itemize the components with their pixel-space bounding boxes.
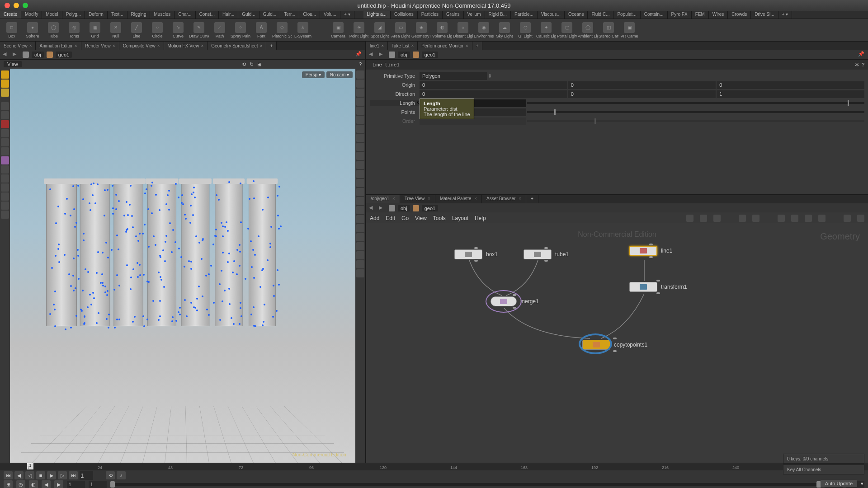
menu-help[interactable]: Help — [475, 215, 486, 221]
current-frame-input[interactable] — [80, 471, 93, 480]
shelf-tab[interactable]: Modify — [21, 11, 42, 19]
length-slider[interactable] — [527, 102, 864, 104]
shelf-tab[interactable]: Crowds — [728, 11, 751, 19]
menu-edit[interactable]: Edit — [386, 215, 395, 221]
add-network-tab[interactable]: + — [526, 195, 538, 203]
gear-icon[interactable]: ✲ — [855, 62, 859, 68]
pane-tab[interactable]: line1 × — [366, 42, 388, 50]
step-back-button[interactable]: ◀ — [14, 471, 24, 479]
viewport-tab-view[interactable]: View — [4, 61, 22, 67]
shelf-tab[interactable]: Fluid C... — [588, 11, 613, 19]
vrtool[interactable] — [356, 206, 364, 214]
network-view[interactable]: Non-Commercial Edition Geometry box1 tu — [366, 223, 868, 463]
menu-view[interactable]: View — [415, 215, 427, 221]
vtool[interactable] — [1, 129, 9, 137]
shelf-tab[interactable]: Viscous... — [538, 11, 565, 19]
vrtool[interactable] — [356, 260, 364, 268]
shelf-tool-ambient-light[interactable]: ◯Ambient Light — [578, 22, 598, 38]
menu-add[interactable]: Add — [370, 215, 379, 221]
net-btn[interactable] — [713, 215, 721, 222]
vrtool[interactable] — [356, 80, 364, 88]
shelf-tool-sky-light[interactable]: ☁Sky Light — [495, 22, 514, 38]
range-tool[interactable]: ◀ — [42, 480, 51, 488]
vtool[interactable] — [1, 156, 9, 164]
pane-tab[interactable]: Animation Editor × — [36, 42, 81, 50]
shelf-tool-environment-light[interactable]: ◉Environment Light — [474, 22, 494, 38]
shelf-tool-portal-light[interactable]: ▢Portal Light — [557, 22, 577, 38]
net-btn[interactable] — [686, 215, 693, 222]
shelf-tool-curve[interactable]: ∿Curve — [168, 22, 188, 38]
vtool[interactable] — [1, 202, 9, 210]
shelf-tab[interactable]: Const... — [196, 11, 219, 19]
range-tool[interactable]: ▶ — [54, 480, 63, 488]
network-tab[interactable]: Tree View × — [400, 195, 435, 203]
pin-icon[interactable]: 📌 — [355, 51, 363, 58]
vrtool[interactable] — [356, 152, 364, 160]
range-start-input[interactable] — [67, 481, 85, 488]
direction-x-input[interactable] — [420, 90, 567, 98]
menu-go[interactable]: Go — [401, 215, 409, 221]
shelf-tab[interactable]: Char... — [175, 11, 195, 19]
net-btn[interactable] — [752, 215, 760, 222]
vtool[interactable] — [1, 138, 9, 146]
net-btn[interactable] — [739, 215, 746, 222]
net-btn[interactable] — [805, 215, 812, 222]
shelf-tool-font[interactable]: AFont — [251, 22, 271, 38]
shelf-tab[interactable]: Grains — [443, 11, 463, 19]
vtool[interactable] — [1, 111, 9, 119]
shelf-tab[interactable]: Model — [42, 11, 62, 19]
nav-back-icon[interactable]: ◀ — [3, 51, 10, 58]
pane-tab[interactable]: Render View × — [81, 42, 119, 50]
shelf-tool-stereo-camera[interactable]: ◫Stereo Camera — [599, 22, 618, 38]
shelf-tool-distant-light[interactable]: ☼Distant Light — [453, 22, 473, 38]
shelf-tab[interactable]: Create — [0, 11, 21, 19]
net-btn[interactable] — [818, 215, 826, 222]
origin-x-input[interactable] — [420, 81, 567, 89]
goto-end-button[interactable]: ⏭ — [69, 471, 78, 479]
shelf-tab[interactable]: Polyg... — [62, 11, 85, 19]
shelf-tab[interactable]: Vellum — [464, 11, 485, 19]
auto-update-button[interactable]: Auto Update — [821, 480, 857, 487]
shelf-tool-draw-curve[interactable]: ✎Draw Curve — [189, 22, 209, 38]
direction-y-input[interactable] — [568, 90, 716, 98]
param-help-icon[interactable]: ? — [862, 62, 864, 67]
node-tube1[interactable]: tube1 — [524, 249, 569, 259]
step-fwd-button[interactable]: ▷ — [58, 471, 67, 479]
vrtool[interactable] — [356, 134, 364, 142]
node-box1[interactable]: box1 — [454, 249, 498, 259]
net-btn[interactable] — [700, 215, 707, 222]
shelf-tab[interactable]: Guid... — [238, 11, 259, 19]
shelf-tool-grid[interactable]: ▦Grid — [85, 22, 105, 38]
vtool[interactable] — [1, 120, 9, 128]
shelf-tab[interactable]: Guid... — [259, 11, 280, 19]
node-merge1[interactable]: merge1 — [491, 296, 539, 306]
vp-tool-icon[interactable]: ↻ — [250, 61, 254, 67]
nav-fwd-icon[interactable]: ▶ — [379, 51, 386, 58]
vtool[interactable] — [1, 174, 9, 183]
range-tool[interactable]: ◐ — [29, 480, 38, 488]
vp-tool-icon[interactable]: ⊞ — [257, 61, 261, 67]
vtool[interactable] — [1, 192, 9, 201]
shelf-tool-gi-light[interactable]: ◌GI Light — [515, 22, 535, 38]
vtool[interactable] — [1, 147, 9, 155]
network-tab[interactable]: /obj/geo1 × — [366, 195, 400, 203]
shelf-tab[interactable]: Text... — [108, 11, 127, 19]
net-btn[interactable] — [857, 215, 864, 222]
node-line1[interactable]: line1 — [629, 246, 672, 256]
vrtool[interactable] — [356, 98, 364, 106]
shelf-tab[interactable]: Collisions — [391, 11, 418, 19]
shelf-tab[interactable]: Particle... — [511, 11, 538, 19]
vtool[interactable] — [1, 102, 9, 110]
shelf-tool-box[interactable]: □Box — [2, 22, 22, 38]
select-tool[interactable] — [1, 70, 9, 79]
shelf-tool-spray-paint[interactable]: ⁘Spray Paint — [231, 22, 250, 38]
pane-tab[interactable]: Take List × — [388, 42, 418, 50]
pin-icon[interactable]: 📌 — [858, 51, 865, 58]
network-tab[interactable]: Asset Browser × — [482, 195, 526, 203]
net-btn[interactable] — [791, 215, 798, 222]
nav-back-icon[interactable]: ◀ — [369, 205, 376, 212]
play-button[interactable]: ▶ — [47, 471, 56, 479]
vrtool[interactable] — [356, 233, 364, 241]
origin-z-input[interactable] — [717, 81, 864, 89]
shelf-tab[interactable]: Terr... — [280, 11, 299, 19]
